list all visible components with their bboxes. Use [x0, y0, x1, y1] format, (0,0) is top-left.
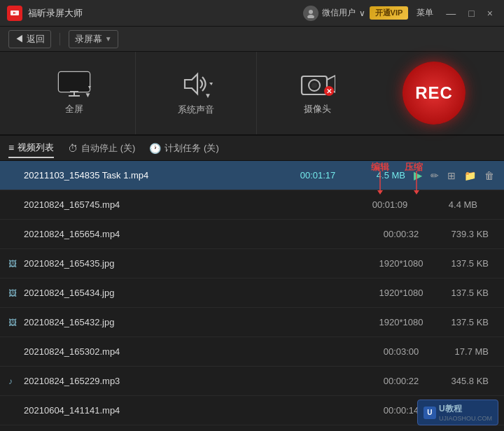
- file-size: 4.4 MB: [421, 199, 484, 210]
- file-duration: 00:01:17: [286, 170, 349, 181]
- tab-video-list[interactable]: ≡ 视频列表: [8, 139, 54, 158]
- file-actions: ▶ ✏ ⊞ 📁 🗑: [412, 167, 496, 183]
- delete-button[interactable]: 🗑: [483, 169, 496, 183]
- file-duration: 1920*1080: [370, 258, 433, 269]
- close-button[interactable]: ×: [483, 6, 497, 20]
- table-row[interactable]: 20210824_165302.mp4 00:03:00 17.7 MB: [0, 337, 504, 367]
- file-name: 20210824_165229.mp3: [24, 376, 370, 386]
- file-size: 345.8 KB: [433, 376, 496, 386]
- file-list: 20211103_154835 Task 1.mp4 00:01:17 4.5 …: [0, 161, 504, 425]
- watermark-icon: U: [424, 407, 436, 419]
- file-type-icon: 🖼: [8, 318, 24, 327]
- record-label: 录屏幕: [75, 33, 102, 45]
- user-info[interactable]: 微信用户 ∨: [303, 6, 365, 21]
- file-size: 137.5 KB: [433, 317, 496, 327]
- maximize-button[interactable]: □: [464, 6, 478, 20]
- tab-auto-stop-label: 自动停止 (关): [81, 142, 135, 155]
- tab-video-list-label: 视频列表: [18, 141, 54, 154]
- titlebar-controls: 微信用户 ∨ 开通VIP 菜单 — □ ×: [303, 6, 497, 21]
- svg-point-2: [309, 10, 313, 14]
- video-list-icon: ≡: [8, 142, 14, 153]
- table-row[interactable]: 🖼 20210824_165435.jpg 1920*1080 137.5 KB: [0, 249, 504, 278]
- svg-marker-10: [185, 74, 197, 94]
- file-size: 137.5 KB: [433, 288, 496, 298]
- svg-marker-11: [209, 83, 213, 85]
- file-name: 20210824_165302.mp4: [24, 346, 370, 357]
- watermark-url: UJIAOSHOU.COM: [439, 415, 492, 422]
- file-size: 137.5 KB: [433, 258, 496, 269]
- camera-icon-area: ✕: [300, 71, 335, 97]
- app-logo: [7, 6, 22, 21]
- file-duration: 00:03:00: [370, 346, 433, 357]
- svg-point-14: [312, 83, 317, 88]
- back-label: ◀ 返回: [15, 33, 45, 45]
- controls-area: ▼ 全屏 ▼ 系统声音 ✕ 摄: [0, 52, 504, 136]
- file-duration: 00:01:09: [358, 199, 421, 210]
- edit-button[interactable]: ✏: [429, 169, 440, 183]
- table-row[interactable]: ♪ 20210824_165229.mp3 00:00:22 345.8 KB: [0, 367, 504, 396]
- file-name: 20210824_165745.mp4: [24, 199, 358, 210]
- file-size: 739.3 KB: [433, 229, 496, 239]
- svg-rect-5: [59, 72, 90, 92]
- toolbar-divider: [59, 33, 60, 45]
- table-row[interactable]: 20210824_165654.mp4 00:00:32 739.3 KB: [0, 220, 504, 249]
- table-row[interactable]: 🖼 20210824_165432.jpg 1920*1080 137.5 KB: [0, 308, 504, 337]
- table-row[interactable]: 20210824_165745.mp4 00:01:09 4.4 MB ▶: [0, 190, 504, 220]
- fullscreen-icon-area: ▼: [56, 71, 92, 97]
- tab-auto-stop[interactable]: ⏱ 自动停止 (关): [68, 139, 135, 157]
- file-type-icon: 🖼: [8, 288, 24, 298]
- file-name: 20211103_154835 Task 1.mp4: [24, 170, 286, 181]
- file-name: 20210824_165434.jpg: [24, 288, 370, 298]
- file-duration: 00:00:22: [370, 376, 433, 386]
- app-title: 福昕录屏大师: [28, 7, 303, 20]
- back-button[interactable]: ◀ 返回: [8, 30, 51, 48]
- audio-control[interactable]: ▼ 系统声音: [136, 52, 258, 134]
- file-duration: 1920*1080: [370, 317, 433, 327]
- vip-button[interactable]: 开通VIP: [370, 6, 409, 20]
- camera-control[interactable]: ✕ 摄像头: [257, 52, 378, 134]
- toolbar: ◀ 返回 录屏幕 ▼: [0, 27, 504, 52]
- file-duration: 1920*1080: [370, 288, 433, 298]
- titlebar: 福昕录屏大师 微信用户 ∨ 开通VIP 菜单 — □ ×: [0, 0, 504, 27]
- record-mode-button[interactable]: 录屏幕 ▼: [69, 30, 118, 48]
- folder-button[interactable]: 📁: [463, 169, 477, 183]
- camera-label: 摄像头: [304, 103, 331, 115]
- menu-button[interactable]: 菜单: [412, 6, 438, 20]
- camera-badge: ✕: [324, 86, 334, 96]
- fullscreen-control[interactable]: ▼ 全屏: [14, 52, 136, 134]
- scheduled-icon: 🕐: [149, 143, 161, 154]
- avatar: [303, 6, 318, 21]
- minimize-button[interactable]: —: [442, 6, 460, 20]
- rec-button-area: REC: [378, 62, 490, 125]
- table-row[interactable]: 🖼 20210824_165434.jpg 1920*1080 137.5 KB: [0, 278, 504, 308]
- table-row[interactable]: 20211103_154835 Task 1.mp4 00:01:17 4.5 …: [0, 161, 504, 190]
- tab-scheduled-label: 计划任务 (关): [164, 142, 218, 155]
- auto-stop-icon: ⏱: [68, 143, 78, 154]
- rec-button[interactable]: REC: [402, 62, 465, 125]
- audio-dropdown: ▼: [204, 92, 211, 99]
- file-name: 20210824_165432.jpg: [24, 317, 370, 327]
- username-label: 微信用户: [322, 7, 356, 19]
- file-duration: 00:00:32: [370, 229, 433, 239]
- audio-icon-area: ▼: [179, 70, 213, 98]
- play-button[interactable]: ▶: [412, 167, 424, 183]
- svg-point-3: [307, 15, 314, 18]
- audio-label: 系统声音: [178, 104, 214, 116]
- fullscreen-label: 全屏: [65, 103, 83, 115]
- file-size: 17.7 MB: [433, 346, 496, 357]
- file-name: 20210604_141141.mp4: [24, 405, 370, 416]
- record-dropdown-icon: ▼: [105, 35, 112, 43]
- user-dropdown-icon[interactable]: ∨: [359, 8, 365, 18]
- file-type-icon: ♪: [8, 376, 24, 386]
- tab-bar: ≡ 视频列表 ⏱ 自动停止 (关) 🕐 计划任务 (关): [0, 136, 504, 161]
- compress-button[interactable]: ⊞: [446, 169, 457, 183]
- file-size: 4.5 MB: [349, 170, 412, 181]
- file-name: 20210824_165654.mp4: [24, 229, 370, 239]
- fullscreen-dropdown: ▼: [84, 91, 91, 99]
- tab-scheduled-task[interactable]: 🕐 计划任务 (关): [149, 139, 218, 157]
- watermark-text: U教程: [439, 403, 492, 415]
- file-name: 20210824_165435.jpg: [24, 258, 370, 269]
- file-type-icon: 🖼: [8, 259, 24, 269]
- watermark: U U教程 UJIAOSHOU.COM: [417, 400, 498, 425]
